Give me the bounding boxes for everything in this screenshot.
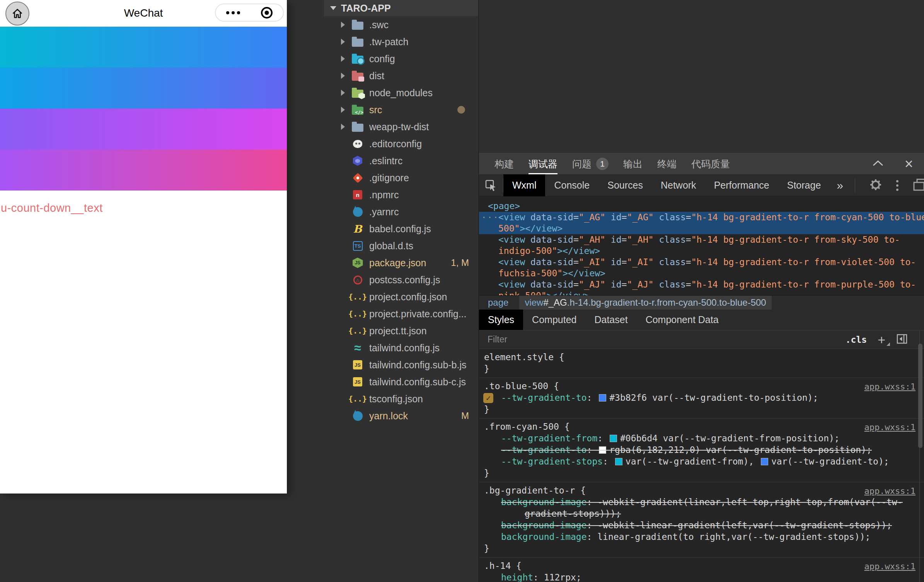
rule-selector[interactable]: .to-blue-500 [484,381,548,391]
color-swatch[interactable] [761,458,768,465]
stylesheet-link[interactable]: app.wxss:1 [864,422,915,433]
settings-gear-icon[interactable] [869,178,882,193]
tree-row-node-modules[interactable]: node_modules [324,84,478,101]
code-line[interactable]: <page> [479,201,924,212]
twisty-icon[interactable] [341,39,351,45]
toggle-sidebar-icon[interactable] [896,333,908,346]
tree-row--eslintrc[interactable]: .eslintrc [324,152,478,169]
devtool-tab-storage[interactable]: Storage [778,174,830,196]
color-swatch[interactable] [615,458,622,465]
code-line[interactable]: indigo-500"></view> [479,245,924,257]
tree-row-weapp-tw-dist[interactable]: weapp-tw-dist [324,118,478,135]
stylesheet-link[interactable]: app.wxss:1 [864,561,915,572]
devtool-tab-performance[interactable]: Performance [705,174,778,196]
panel-tab-问题[interactable]: 问题1 [572,153,609,174]
breadcrumb-root[interactable]: page [488,296,508,310]
tree-row-babel-config-js[interactable]: B babel.config.js [324,220,478,237]
collapse-panel-icon[interactable] [872,160,884,168]
close-panel-icon[interactable]: × [905,157,913,171]
dock-side-icon[interactable] [912,178,924,193]
code-line[interactable]: fuchsia-500"></view> [479,268,924,279]
cls-button[interactable]: .cls [846,335,867,345]
tree-row--npmrc[interactable]: n .npmrc [324,186,478,203]
color-swatch[interactable] [610,435,617,442]
code-line[interactable]: 500"></view> [479,223,924,234]
code-line[interactable]: <view data-sid="_AJ" id="_AJ" class="h-1… [479,279,924,290]
file-label: tailwind.config.sub-c.js [369,376,466,388]
styles-tab-computed[interactable]: Computed [523,310,585,330]
tree-row-tailwind-config-sub-b-js[interactable]: JS tailwind.config.sub-b.js [324,356,478,373]
code-line[interactable]: pink-500"></view> [479,290,924,295]
code-line[interactable]: <view data-sid="_AH" id="_AH" class="h-1… [479,234,924,245]
tree-row-project-private-config-[interactable]: {..} project.private.config... [324,305,478,322]
add-rule-button[interactable]: + [878,336,885,344]
panel-tab-调试器[interactable]: 调试器 [528,153,557,174]
property-row[interactable]: height: 112rpx; [479,572,924,582]
panel-tab-输出[interactable]: 输出 [623,153,643,174]
twisty-icon[interactable] [341,56,351,62]
color-swatch[interactable] [599,446,606,454]
rule-selector[interactable]: .bg-gradient-to-r [484,485,575,495]
tree-row--tw-patch[interactable]: .tw-patch [324,33,478,50]
code-line[interactable]: <view data-sid="_AI" id="_AI" class="h-1… [479,257,924,268]
tree-row-package-json[interactable]: JS package.json 1, M [324,254,478,271]
property-row[interactable]: --tw-gradient-stops: var(--tw-gradient-f… [479,456,924,467]
rule-selector[interactable]: element.style [484,352,554,362]
property-row[interactable]: background-image: -webkit-linear-gradien… [479,519,924,531]
tree-row--editorconfig[interactable]: .editorconfig [324,135,478,152]
panel-tab-终端[interactable]: 终端 [657,153,677,174]
breadcrumb-selected[interactable]: view #_AG .h-14.bg-gradient-to-r.from-cy… [519,296,771,310]
property-row[interactable]: --tw-gradient-from: #06b6d4 var(--tw-gra… [479,432,924,444]
stylesheet-link[interactable]: app.wxss:1 [864,485,915,497]
tree-row-dist[interactable]: dist [324,67,478,84]
twisty-icon[interactable] [341,22,351,28]
inspect-element-icon[interactable] [479,174,503,196]
property-row[interactable]: ✓--tw-gradient-to: #3b82f6 var(--tw-grad… [479,392,924,403]
tree-row-project-config-json[interactable]: {..} project.config.json [324,288,478,305]
tree-row--swc[interactable]: .swc [324,16,478,33]
color-swatch[interactable] [599,394,606,402]
rule-selector[interactable]: .h-14 [484,561,511,571]
tree-row-tailwind-config-js[interactable]: ≈ tailwind.config.js [324,339,478,356]
tree-row-yarn-lock[interactable]: yarn.lock M [324,407,478,424]
styles-tab-styles[interactable]: Styles [479,310,523,330]
property-row[interactable]: --tw-gradient-to: rgba(6,182,212,0) var(… [479,444,924,456]
tree-row--yarnrc[interactable]: .yarnrc [324,203,478,220]
scrollbar-thumb[interactable] [918,344,922,448]
property-checkbox[interactable]: ✓ [483,393,493,403]
twisty-icon[interactable] [341,90,351,96]
tree-row-src[interactable]: src [324,101,478,118]
explorer-header[interactable]: TARO-APP [324,0,478,16]
stylesheet-link[interactable]: app.wxss:1 [864,381,915,393]
twisty-icon[interactable] [341,107,351,113]
filter-input[interactable] [488,334,719,345]
devtool-tab-wxml[interactable]: Wxml [503,174,545,196]
devtool-tab-sources[interactable]: Sources [598,174,652,196]
code-line[interactable]: ···<view data-sid="_AG" id="_AG" class="… [479,212,924,223]
tree-row-config[interactable]: config [324,50,478,67]
styles-tab-component-data[interactable]: Component Data [637,310,728,330]
tree-row--gitignore[interactable]: .gitignore [324,169,478,186]
twisty-icon[interactable] [341,73,351,79]
panel-tab-代码质量[interactable]: 代码质量 [691,153,730,174]
tree-row-tailwind-config-sub-c-js[interactable]: JS tailwind.config.sub-c.js [324,373,478,390]
tree-row-project-tt-json[interactable]: {..} project.tt.json [324,322,478,339]
property-row[interactable]: background-image: -webkit-gradient(linea… [479,496,924,508]
tree-row-tsconfig-json[interactable]: {..} tsconfig.json [324,390,478,407]
menu-dots-icon[interactable] [896,180,898,191]
tree-row-postcss-config-js[interactable]: △ postcss.config.js [324,271,478,288]
more-dots-icon[interactable] [226,11,240,14]
styles-tab-dataset[interactable]: Dataset [585,310,636,330]
selected-row-menu-icon[interactable]: ··· [481,212,499,223]
devtool-tab-network[interactable]: Network [652,174,705,196]
panel-tab-构建[interactable]: 构建 [494,153,514,174]
property-row[interactable]: background-image: linear-gradient(to rig… [479,531,924,543]
more-tabs-icon[interactable]: » [830,174,850,196]
record-icon[interactable] [261,7,273,19]
twisty-icon[interactable] [341,124,351,130]
file-label: yarn.lock [369,410,408,422]
braces-icon: {..} [348,326,367,335]
tree-row-global-d-ts[interactable]: TS global.d.ts [324,237,478,254]
devtool-tab-console[interactable]: Console [545,174,598,196]
rule-selector[interactable]: .from-cyan-500 [484,422,559,432]
